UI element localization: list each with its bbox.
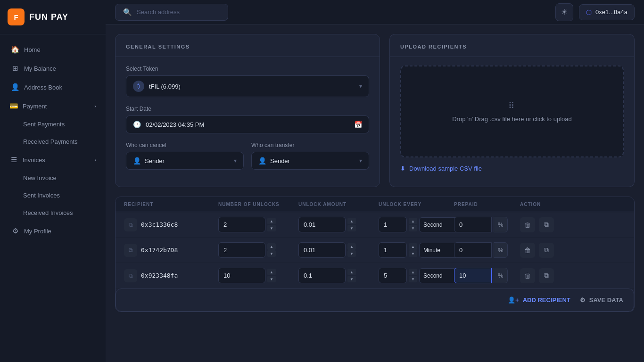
recipient-cell-2: ⧉ 0x1742b7D8 [124,244,218,257]
theme-toggle-button[interactable]: ☀ [555,3,573,21]
save-data-button[interactable]: ⚙ SAVE DATA [580,296,623,304]
copy-row-button-2[interactable]: ⧉ [539,243,554,258]
num-unlocks-input-3[interactable] [218,268,265,283]
col-prepaid: PREPAID [454,202,520,207]
num-unlocks-cell-2: ▲ ▼ [218,242,298,258]
unlock-unit-value-2: Minute [423,247,440,254]
sidebar-item-label: Address Book [24,84,62,91]
sidebar-item-received-payments[interactable]: Received Payments [17,133,106,150]
who-cancel-value: Sender [145,157,165,165]
spin-up-every-1[interactable]: ▲ [409,218,417,224]
spin-up-1[interactable]: ▲ [267,218,276,224]
sidebar-item-sent-invoices[interactable]: Sent Invoices [17,187,106,204]
unlock-amount-input-2[interactable] [298,242,346,258]
spin-down-amount-3[interactable]: ▼ [347,276,356,282]
sidebar-item-address-book[interactable]: 👤 Address Book [0,78,106,97]
delete-row-button-1[interactable]: 🗑 [520,217,535,232]
unlock-amount-input-3[interactable] [298,268,346,283]
wallet-button[interactable]: ⬡ 0xe1...8a4a [579,4,635,20]
percent-label-3: % [494,268,508,283]
copy-row-button-1[interactable]: ⧉ [539,217,554,232]
who-transfer-dropdown[interactable]: 👤 Sender ▾ [251,152,369,170]
spin-down-every-2[interactable]: ▼ [409,250,417,257]
sidebar-item-label: My Profile [24,228,51,235]
sidebar-item-label: Invoices [23,156,45,164]
sidebar-item-my-profile[interactable]: ⚙ My Profile [0,222,106,240]
action-cell-2: 🗑 ⧉ [520,243,567,258]
prepaid-input-3[interactable] [454,268,492,283]
spin-down-3[interactable]: ▼ [267,276,276,282]
sidebar-item-label: Sent Invoices [23,192,60,199]
start-date-input[interactable]: 🕐 02/02/2023 04:35 PM 📅 [126,115,369,133]
prepaid-input-2[interactable] [454,242,492,258]
percent-label-2: % [494,242,508,258]
profile-icon: ⚙ [11,227,19,235]
spin-down-1[interactable]: ▼ [267,225,276,231]
unlock-every-num-input-1[interactable] [379,217,407,232]
unlock-amount-spinners-2: ▲ ▼ [347,243,356,257]
who-cancel-col: Who can cancel 👤 Sender ▾ [126,142,244,170]
prepaid-cell-1: % [454,217,520,232]
spin-down-every-3[interactable]: ▼ [409,276,417,282]
sidebar-item-new-invoice[interactable]: New Invoice [17,169,106,187]
who-transfer-label: Who can transfer [251,142,369,148]
spin-up-every-3[interactable]: ▲ [409,269,417,275]
spin-down-every-1[interactable]: ▼ [409,225,417,231]
add-recipient-label: ADD RECIPIENT [523,296,570,304]
spin-up-3[interactable]: ▲ [267,269,276,275]
spin-down-amount-2[interactable]: ▼ [347,250,356,257]
num-unlocks-spinners-3: ▲ ▼ [267,269,276,282]
download-csv-link[interactable]: ⬇ Download sample CSV file [400,165,624,172]
unlock-amount-input-1[interactable] [298,217,346,232]
unlock-every-spinners-3: ▲ ▼ [409,269,417,282]
spin-up-amount-2[interactable]: ▲ [347,243,356,250]
save-data-label: SAVE DATA [589,296,623,304]
sidebar-item-received-invoices[interactable]: Received Invoices [17,204,106,222]
home-icon: 🏠 [11,45,19,54]
recipient-address-3: 0x923348fa [141,272,178,279]
spin-down-amount-1[interactable]: ▼ [347,225,356,231]
copy-address-button-2[interactable]: ⧉ [124,244,137,257]
sidebar: F FUN PAY 🏠 Home ⊞ My Balance 👤 Address … [0,0,106,362]
spin-up-2[interactable]: ▲ [267,243,276,250]
gear-icon: ⚙ [580,296,586,304]
start-date-group: Start Date 🕐 02/02/2023 04:35 PM 📅 [126,106,369,133]
unlock-every-num-input-2[interactable] [379,242,407,258]
spin-up-every-2[interactable]: ▲ [409,243,417,250]
spin-down-2[interactable]: ▼ [267,250,276,257]
unlock-every-num-input-3[interactable] [379,268,407,283]
sidebar-item-invoices[interactable]: ☰ Invoices › [0,150,106,169]
who-cancel-dropdown[interactable]: 👤 Sender ▾ [126,152,244,170]
unlock-amount-cell-1: ▲ ▼ [298,217,379,232]
token-value: tFIL (6.099) [149,83,181,90]
search-input[interactable] [137,8,217,16]
download-icon: ⬇ [400,165,405,172]
recipient-cell-3: ⧉ 0x923348fa [124,269,218,282]
upload-recipients-panel: UPLOAD RECIPIENTS ⠿ Drop 'n' Drag .csv f… [389,34,635,187]
wallet-address: 0xe1...8a4a [595,8,627,16]
copy-row-button-3[interactable]: ⧉ [539,268,554,283]
sidebar-item-home[interactable]: 🏠 Home [0,40,106,59]
delete-row-button-3[interactable]: 🗑 [520,268,535,283]
prepaid-input-1[interactable] [454,217,492,232]
copy-address-button-3[interactable]: ⧉ [124,269,137,282]
num-unlocks-input-1[interactable] [218,217,265,232]
spin-up-amount-3[interactable]: ▲ [347,269,356,275]
add-recipient-button[interactable]: 👤+ ADD RECIPIENT [508,296,570,304]
invoices-icon: ☰ [9,156,18,164]
delete-row-button-2[interactable]: 🗑 [520,243,535,258]
select-token-dropdown[interactable]: ₿ tFIL (6.099) ▾ [126,75,369,97]
sidebar-item-my-balance[interactable]: ⊞ My Balance [0,59,106,78]
num-unlocks-input-2[interactable] [218,242,265,258]
sidebar-item-payment[interactable]: 💳 Payment › [0,97,106,115]
copy-address-button-1[interactable]: ⧉ [124,218,137,231]
date-value: 02/02/2023 04:35 PM [146,121,204,128]
unlock-every-spinners-1: ▲ ▼ [409,218,417,231]
unlock-every-cell-1: ▲ ▼ Second ▾ [379,217,454,232]
calendar-icon[interactable]: 📅 [354,121,362,128]
search-bar[interactable]: 🔍 [115,4,228,21]
spin-up-amount-1[interactable]: ▲ [347,218,356,224]
logo-icon: F [8,8,25,25]
sidebar-item-sent-payments[interactable]: Sent Payments [17,115,106,133]
csv-upload-area[interactable]: ⠿ Drop 'n' Drag .csv file here or click … [400,66,624,157]
